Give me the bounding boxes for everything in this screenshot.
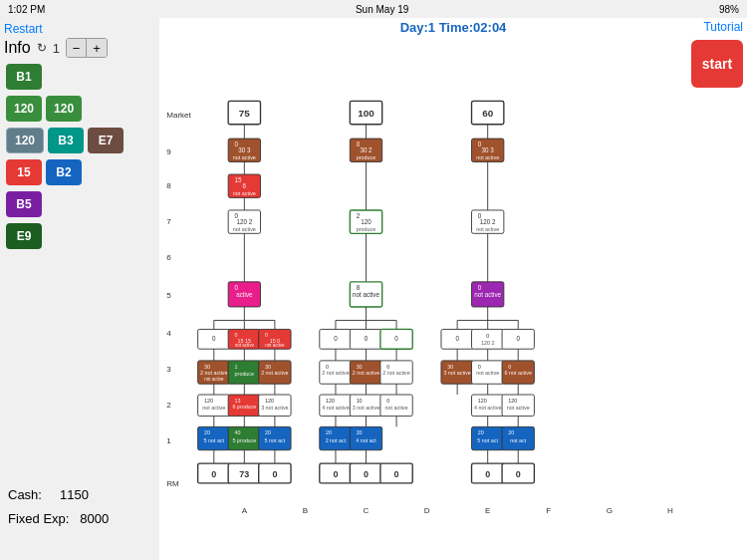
refresh-icon[interactable]: ↻ [37,41,47,55]
chip-b5[interactable]: B5 [6,191,42,217]
node-r9-b-bot: not active [233,154,256,160]
svg-text:0: 0 [211,469,216,479]
svg-text:120: 120 [265,398,274,404]
chip-b2[interactable]: B2 [46,159,82,185]
row-label-7: 7 [166,217,171,226]
fixed-exp-row: Fixed Exp: 8000 [8,507,109,530]
info-label: Info [4,39,31,57]
chip-e9[interactable]: E9 [6,223,42,249]
svg-text:2  not active: 2 not active [353,370,380,376]
restart-button[interactable]: Restart [4,22,155,36]
svg-text:6  not active: 6 not active [504,370,532,376]
svg-text:0: 0 [333,469,338,479]
chip-e7[interactable]: E7 [88,128,124,153]
chip-15[interactable]: 15 [6,159,42,185]
svg-text:3  not active: 3 not active [261,405,289,411]
svg-text:5  not act: 5 not act [265,437,286,443]
row-label-4: 4 [166,329,171,338]
col-label-b: B [303,506,308,515]
svg-text:120: 120 [478,398,487,404]
chip-120-1[interactable]: 120 [6,96,42,122]
node-r5-e-top: 8 [357,284,361,291]
left-panel: Restart Info ↻ 1 − + B1 120 120 120 B3 E… [0,18,159,560]
chip-row-4: B5 [4,189,155,219]
svg-text:20: 20 [508,429,514,435]
svg-text:20: 20 [204,429,210,435]
node-r7-e-bot: produce [357,226,375,232]
chip-120-3[interactable]: 120 [6,128,44,153]
svg-text:0: 0 [508,364,511,370]
svg-text:not active: not active [265,343,285,348]
svg-text:0: 0 [516,469,521,479]
svg-text:4  not act: 4 not act [356,437,376,443]
row-label-rm: RM [166,479,179,488]
row-label-3: 3 [166,365,171,374]
cash-section: Cash: 1150 Fixed Exp: 8000 [8,483,109,530]
status-time: 1:02 PM [8,4,45,15]
svg-text:0: 0 [394,335,398,342]
col-label-h: H [667,506,673,515]
node-r8-b-mid: 6 [243,182,247,189]
chip-row-3: 15 B2 [4,157,155,187]
node-r8-b-bot: not active [233,190,256,196]
day-time-display: Day:1 Time:02:04 [400,20,507,35]
node-r7-g-bot: not active [476,226,499,232]
svg-text:1: 1 [234,364,237,370]
row-label-5: 5 [166,291,171,300]
svg-text:0: 0 [234,332,237,338]
chip-row-1: 120 120 [4,94,155,124]
col-label-c: C [364,506,370,515]
market-val-e: 100 [358,108,374,119]
svg-text:0: 0 [334,335,338,342]
svg-text:2  not act: 2 not act [326,437,347,443]
svg-text:0: 0 [485,469,490,479]
svg-text:30: 30 [447,364,453,370]
chip-120-2[interactable]: 120 [46,96,82,122]
chip-b3[interactable]: B3 [48,128,84,153]
node-r5-b-mid: active [236,291,253,298]
svg-text:3  not active: 3 not active [353,405,380,411]
svg-text:3  not active: 3 not active [443,370,471,376]
info-row: Info ↻ 1 − + [4,38,155,58]
node-r5-b-top: 0 [234,284,238,291]
col-label-a: A [242,506,248,515]
svg-text:not active: not active [385,405,408,411]
col-label-d: D [424,506,430,515]
svg-text:0: 0 [265,332,268,338]
main-area: Day:1 Time:02:04 Tutorial start Market 9… [159,18,747,560]
fixed-exp-label: Fixed Exp: [8,511,69,526]
start-button[interactable]: start [691,40,743,88]
svg-text:0: 0 [386,398,389,404]
increment-button[interactable]: + [87,39,107,57]
node-r4-a-val: 0 [212,335,216,342]
node-r7-b-mid: 120 2 [236,218,252,225]
node-r7-g-mid: 120 2 [480,218,496,225]
svg-text:20: 20 [478,429,484,435]
svg-text:not active: not active [235,343,255,348]
node-r5-e-mid: not active [353,291,379,298]
tutorial-button[interactable]: Tutorial [703,20,743,34]
svg-text:0: 0 [478,364,481,370]
svg-text:5  produce: 5 produce [232,437,256,443]
svg-text:0: 0 [486,333,489,339]
counter-value: 1 [53,41,60,56]
row-label-9: 9 [166,147,171,156]
svg-text:20: 20 [357,429,363,435]
decrement-button[interactable]: − [67,39,87,57]
svg-text:2  not active: 2 not active [261,370,289,376]
svg-text:not active: not active [204,377,224,382]
row-label-6: 6 [166,253,171,262]
svg-text:not act: not act [510,437,527,443]
svg-text:120  2: 120 2 [481,340,494,346]
node-r9-g-mid: 30 3 [482,146,495,153]
svg-text:0: 0 [272,469,277,479]
svg-text:0: 0 [326,364,329,370]
chip-b1[interactable]: B1 [6,64,42,90]
node-r5-g-top: 0 [478,284,482,291]
cash-row: Cash: 1150 [8,483,109,506]
svg-text:20: 20 [326,429,332,435]
row-label-market: Market [166,111,191,120]
svg-text:0: 0 [364,469,369,479]
node-r9-b-mid: 30 3 [238,146,251,153]
status-bar: 1:02 PM Sun May 19 98% [0,0,747,18]
